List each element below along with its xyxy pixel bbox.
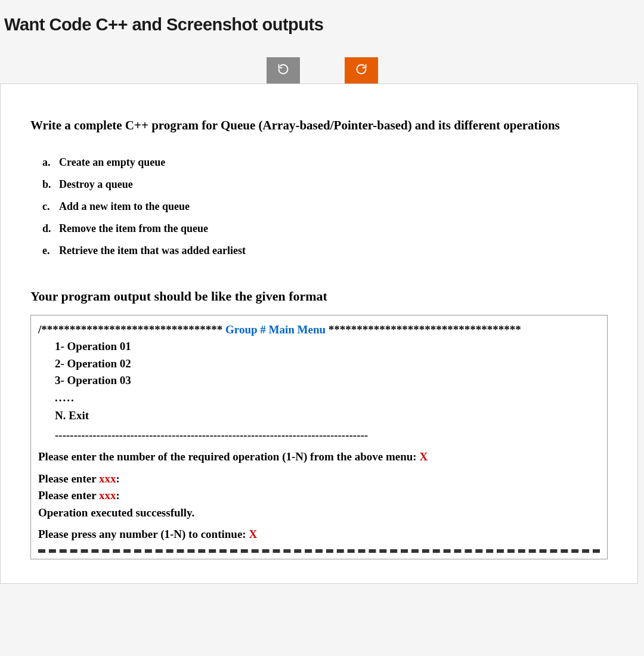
content-card: Write a complete C++ program for Queue (… [0, 83, 638, 584]
page-title: I Want Code C++ and Screenshot outputs [0, 0, 644, 47]
continue-line: Please press any number (1-N) to continu… [38, 526, 600, 543]
list-marker: b. [42, 174, 59, 196]
ellipsis-dots: ..... [55, 389, 600, 407]
undo-icon [277, 63, 289, 78]
list-item: a.Create an empty queue [42, 151, 608, 174]
redo-button[interactable] [345, 57, 378, 83]
list-item: e.Retrieve the item that was added earli… [42, 240, 608, 262]
list-marker: a. [42, 151, 59, 174]
list-item: b.Destroy a queue [42, 174, 608, 196]
menu-item: 1- Operation 01 [55, 338, 600, 355]
continue-x: X [249, 528, 257, 540]
menu-title: Group # Main Menu [222, 323, 329, 336]
redo-icon [355, 63, 367, 78]
menu-header-line: /******************************** Group … [38, 321, 600, 339]
output-box: /******************************** Group … [30, 315, 608, 559]
enter-post: : [116, 489, 120, 502]
enter-line-1: Please enter xxx: [38, 471, 600, 488]
list-item: c.Add a new item to the queue [42, 196, 608, 218]
prompt-main-text: Please enter the number of the required … [38, 450, 419, 463]
toolbar [0, 47, 644, 83]
list-item-label: Destroy a queue [59, 178, 133, 190]
list-marker: c. [42, 196, 59, 218]
instruction-text: Write a complete C++ program for Queue (… [30, 117, 608, 134]
bottom-dash-separator [38, 549, 600, 553]
stars-left: /******************************** [38, 323, 222, 336]
enter-xxx: xxx [99, 489, 116, 502]
prompt-main: Please enter the number of the required … [38, 448, 600, 466]
list-item-label: Retrieve the item that was added earlies… [59, 245, 246, 256]
list-item: d.Remove the item from the queue [42, 218, 608, 240]
prompt-main-x: X [419, 450, 428, 463]
enter-pre: Please enter [38, 472, 99, 485]
success-line: Operation executed successfully. [38, 505, 600, 522]
menu-item: 3- Operation 03 [55, 372, 600, 389]
list-item-label: Create an empty queue [59, 156, 165, 168]
menu-item: 2- Operation 02 [55, 355, 600, 373]
list-item-label: Add a new item to the queue [59, 200, 190, 212]
enter-pre: Please enter [38, 489, 99, 502]
exit-line: N. Exit [55, 407, 600, 425]
enter-line-2: Please enter xxx: [38, 487, 600, 505]
list-item-label: Remove the item from the queue [59, 222, 208, 234]
operations-list: a.Create an empty queue b.Destroy a queu… [42, 151, 608, 261]
list-marker: d. [42, 218, 59, 240]
dash-separator: ----------------------------------------… [55, 427, 600, 444]
enter-post: : [116, 472, 120, 485]
list-marker: e. [42, 240, 59, 262]
continue-pre: Please press any number (1-N) to continu… [38, 528, 249, 540]
output-format-heading: Your program output should be like the g… [30, 289, 608, 304]
undo-button[interactable] [267, 57, 300, 83]
enter-xxx: xxx [99, 472, 116, 485]
stars-right: ********************************** [329, 323, 521, 336]
